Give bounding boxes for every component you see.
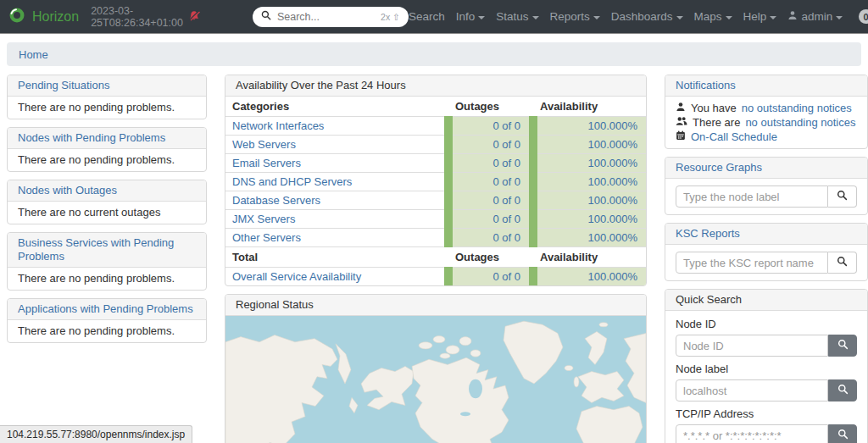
- ip-address-search-button[interactable]: [828, 424, 857, 443]
- panel-title: Availability Over the Past 24 Hours: [236, 79, 406, 91]
- table-row: JMX Servers 0 of 0 100.000%: [225, 210, 646, 229]
- notices-badge[interactable]: 0: [859, 9, 868, 24]
- breadcrumb-home-link[interactable]: Home: [19, 48, 48, 61]
- category-link[interactable]: Overall Service Availability: [232, 270, 361, 283]
- notification-item-user: You have no outstanding notices: [676, 101, 857, 115]
- outages-value[interactable]: 0 of 0: [492, 213, 520, 225]
- panel-title: Regional Status: [236, 298, 314, 311]
- panel-title[interactable]: Resource Graphs: [676, 161, 762, 174]
- outages-value[interactable]: 0 of 0: [492, 270, 520, 283]
- availability-header-row: Categories Outages Availability: [225, 97, 646, 117]
- ip-address-label: TCP/IP Address: [676, 407, 857, 421]
- nav-item-status[interactable]: Status: [496, 10, 538, 23]
- availability-value[interactable]: 100.000%: [587, 157, 637, 169]
- main-content: Pending Situations There are no pending …: [7, 75, 868, 443]
- panel-notifications: Notifications You have no outstanding no…: [665, 75, 868, 149]
- availability-value[interactable]: 100.000%: [587, 270, 637, 283]
- panel-body-text: There are no pending problems.: [8, 149, 206, 171]
- chevron-down-icon: [478, 16, 485, 19]
- outstanding-notices-link[interactable]: no outstanding notices: [742, 102, 852, 114]
- category-link[interactable]: JMX Servers: [232, 213, 295, 225]
- search-icon: [837, 256, 848, 270]
- outstanding-notices-link[interactable]: no outstanding notices: [745, 116, 855, 129]
- node-label-input[interactable]: [676, 379, 828, 401]
- panel-title[interactable]: Nodes with Outages: [18, 184, 117, 197]
- panel-title[interactable]: Applications with Pending Problems: [18, 302, 193, 315]
- node-id-label: Node ID: [676, 318, 857, 331]
- ksc-reports-search-button[interactable]: [828, 252, 857, 274]
- nav-item-user-admin[interactable]: admin: [787, 10, 843, 23]
- notification-prefix: There are: [693, 116, 740, 129]
- search-icon: [837, 339, 849, 353]
- ip-address-input[interactable]: [676, 424, 828, 443]
- users-icon: [676, 116, 687, 129]
- availability-value[interactable]: 100.000%: [587, 194, 637, 207]
- regional-status-map[interactable]: [225, 316, 646, 443]
- breadcrumb: Home: [7, 42, 861, 66]
- availability-value[interactable]: 100.000%: [587, 119, 637, 132]
- outages-value[interactable]: 0 of 0: [492, 194, 520, 207]
- node-id-input[interactable]: [676, 335, 828, 357]
- panel-title[interactable]: KSC Reports: [676, 227, 740, 240]
- notification-badges: 0 0: [859, 9, 868, 24]
- availability-value[interactable]: 100.000%: [587, 231, 637, 244]
- panel-title[interactable]: Nodes with Pending Problems: [18, 131, 165, 144]
- outages-value[interactable]: 0 of 0: [492, 175, 520, 188]
- category-link[interactable]: Other Servers: [232, 231, 301, 244]
- panel-title[interactable]: Pending Situations: [18, 79, 109, 91]
- bell-slash-icon: [188, 10, 200, 24]
- outages-value[interactable]: 0 of 0: [492, 157, 520, 169]
- global-search-input[interactable]: [277, 11, 375, 23]
- resource-graphs-search-button[interactable]: [828, 186, 857, 208]
- table-row-overall: Overall Service Availability 0 of 0 100.…: [225, 268, 646, 286]
- availability-value[interactable]: 100.000%: [587, 175, 637, 188]
- panel-applications-pending: Applications with Pending Problems There…: [7, 298, 207, 343]
- browser-link-preview: 104.219.55.77:8980/opennms/index.jsp: [0, 425, 192, 443]
- nav-item-dashboards[interactable]: Dashboards: [611, 10, 683, 23]
- nav-item-reports[interactable]: Reports: [550, 10, 600, 23]
- category-link[interactable]: Web Servers: [232, 138, 296, 151]
- column-header-outages: Outages: [448, 247, 533, 268]
- category-link[interactable]: Network Interfaces: [232, 119, 324, 132]
- global-search-box[interactable]: 2x ⇧: [253, 7, 409, 27]
- opennms-logo-icon: [8, 7, 25, 26]
- category-link[interactable]: Email Servers: [232, 157, 301, 169]
- outages-value[interactable]: 0 of 0: [492, 231, 520, 244]
- chevron-down-icon: [836, 16, 843, 19]
- table-row: Database Servers 0 of 0 100.000%: [225, 191, 646, 210]
- search-icon: [837, 429, 849, 443]
- nav-item-search[interactable]: Search: [409, 10, 445, 23]
- column-header-categories: Categories: [225, 97, 448, 117]
- panel-business-services-pending: Business Services with Pending Problems …: [7, 232, 207, 291]
- resource-graphs-node-input[interactable]: [676, 186, 828, 208]
- nav-item-info[interactable]: Info: [456, 10, 486, 23]
- panel-ksc-reports: KSC Reports: [665, 223, 868, 281]
- left-column: Pending Situations There are no pending …: [7, 75, 207, 351]
- top-navbar: Horizon 2023-03-25T08:26:34+01:00 2x ⇧ S…: [0, 0, 868, 34]
- ksc-report-name-input[interactable]: [676, 252, 828, 274]
- panel-title[interactable]: Business Services with Pending Problems: [18, 236, 174, 263]
- chevron-down-icon: [676, 16, 683, 19]
- node-label-label: Node label: [676, 363, 857, 376]
- node-label-search-button[interactable]: [828, 379, 857, 401]
- nav-item-help[interactable]: Help: [743, 10, 777, 23]
- outages-value[interactable]: 0 of 0: [492, 119, 520, 132]
- availability-value[interactable]: 100.000%: [587, 138, 637, 151]
- panel-resource-graphs: Resource Graphs: [665, 157, 868, 215]
- table-row: Web Servers 0 of 0 100.000%: [225, 136, 646, 154]
- outages-value[interactable]: 0 of 0: [492, 138, 520, 151]
- total-label: Total: [225, 247, 448, 268]
- node-id-search-button[interactable]: [828, 335, 857, 357]
- panel-title[interactable]: Notifications: [676, 79, 736, 91]
- brand[interactable]: Horizon: [8, 7, 79, 26]
- navbar-menu: Search Info Status Reports Dashboards Ma…: [409, 8, 868, 25]
- category-link[interactable]: Database Servers: [232, 194, 320, 207]
- panel-body-text: There are no pending problems.: [8, 268, 206, 290]
- availability-value[interactable]: 100.000%: [587, 213, 637, 225]
- notification-prefix: You have: [691, 102, 737, 114]
- search-icon: [837, 190, 848, 204]
- panel-regional-status: Regional Status: [225, 294, 647, 443]
- category-link[interactable]: DNS and DHCP Servers: [232, 175, 352, 188]
- nav-item-maps[interactable]: Maps: [694, 10, 732, 23]
- on-call-schedule-link[interactable]: On-Call Schedule: [691, 130, 777, 143]
